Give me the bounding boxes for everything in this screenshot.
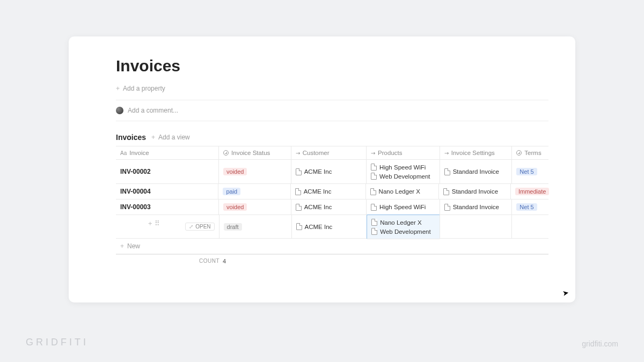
cell-status[interactable]: draft <box>219 215 292 239</box>
count-label: COUNT <box>199 258 219 264</box>
drag-handle-icon[interactable]: ⠿ <box>155 219 160 227</box>
page-icon <box>371 228 377 235</box>
page-icon <box>296 204 302 211</box>
page-icon <box>371 164 377 171</box>
add-comment-placeholder: Add a comment... <box>128 107 178 114</box>
page-icon <box>296 168 302 175</box>
cell-customer[interactable]: ACME Inc <box>292 215 368 239</box>
relation-label: Standard Invoice <box>453 168 499 175</box>
relation-label: High Speed WiFi <box>379 204 426 210</box>
new-row-button[interactable]: + New <box>116 239 548 254</box>
count-value: 4 <box>223 258 226 264</box>
cell-products[interactable]: High Speed WiFi Web Development <box>367 160 440 184</box>
table-row[interactable]: INV-00002 voided ACME Inc High Speed WiF… <box>116 160 548 184</box>
relation-icon: ↗ <box>294 149 301 156</box>
cell-terms[interactable]: Net 5 <box>512 200 548 215</box>
relation-chip[interactable]: Web Development <box>371 173 435 180</box>
relation-chip[interactable]: High Speed WiFi <box>371 164 435 171</box>
relation-chip[interactable]: ACME Inc <box>295 188 361 195</box>
relation-chip[interactable]: Nano Ledger X <box>370 188 434 195</box>
table-footer: COUNT 4 <box>116 255 548 268</box>
open-page-button[interactable]: ⤢ OPEN <box>185 223 214 231</box>
plus-icon[interactable]: + <box>148 219 152 227</box>
page-icon <box>295 188 301 195</box>
cell-terms[interactable] <box>512 215 548 239</box>
relation-chip[interactable]: Nano Ledger X <box>371 219 435 226</box>
cursor-icon: ➤ <box>562 288 570 298</box>
column-header-products[interactable]: ↗ Products <box>367 146 440 160</box>
column-label: Customer <box>303 150 330 156</box>
relation-label: Standard Invoice <box>452 188 498 195</box>
relation-label: High Speed WiFi <box>379 164 426 171</box>
relation-label: ACME Inc <box>304 188 332 195</box>
relation-chip[interactable]: Web Development <box>371 228 435 235</box>
cell-status[interactable]: voided <box>219 160 291 184</box>
table-header-row: Aa Invoice Invoice Status ↗ Customer ↗ P… <box>116 146 548 160</box>
relation-chip[interactable]: Standard Invoice <box>444 168 508 175</box>
cell-terms[interactable]: Immediate <box>511 184 548 200</box>
cell-terms[interactable]: Net 5 <box>512 160 548 184</box>
cell-settings[interactable]: Standard Invoice <box>439 184 511 200</box>
relation-chip[interactable]: Standard Invoice <box>444 204 508 211</box>
cell-invoice[interactable]: INV-00003 <box>116 200 219 215</box>
cell-settings[interactable] <box>440 215 512 239</box>
relation-label: ACME Inc <box>304 168 332 175</box>
table-row-editing[interactable]: + ⠿ ⤢ OPEN draft ACME Inc Nano Ledger X … <box>116 215 548 239</box>
cell-customer[interactable]: ACME Inc <box>291 160 367 184</box>
select-property-icon <box>516 150 522 156</box>
brand-watermark: GRIDFITI <box>26 337 89 348</box>
column-header-status[interactable]: Invoice Status <box>219 146 291 160</box>
cell-customer[interactable]: ACME Inc <box>291 200 367 215</box>
column-label: Invoice Settings <box>451 150 495 156</box>
table-row[interactable]: INV-00004 paid ACME Inc Nano Ledger X St… <box>116 184 548 200</box>
view-tab[interactable]: Invoices <box>116 133 146 142</box>
terms-badge: Net 5 <box>516 168 537 175</box>
select-property-icon <box>223 150 229 156</box>
relation-chip[interactable]: ACME Inc <box>296 204 362 211</box>
app-window: Invoices + Add a property Add a comment.… <box>69 36 575 302</box>
terms-badge: Net 5 <box>516 203 537 211</box>
status-badge: paid <box>223 188 240 195</box>
page-icon <box>296 223 302 230</box>
open-label: OPEN <box>195 224 210 230</box>
count-aggregate[interactable]: COUNT 4 <box>199 258 226 264</box>
cell-customer[interactable]: ACME Inc <box>291 184 366 200</box>
plus-icon: + <box>151 134 155 141</box>
row-gutter[interactable]: + ⠿ <box>148 219 160 227</box>
divider <box>116 100 548 100</box>
cell-invoice[interactable]: INV-00002 <box>116 160 219 184</box>
cell-products[interactable]: High Speed WiFi <box>367 200 440 215</box>
add-property-button[interactable]: + Add a property <box>116 83 548 98</box>
cell-invoice[interactable]: ⤢ OPEN <box>116 215 219 239</box>
open-arrow-icon: ⤢ <box>189 224 193 230</box>
status-badge: voided <box>223 168 247 175</box>
relation-chip[interactable]: Standard Invoice <box>443 188 506 195</box>
relation-chip[interactable]: ACME Inc <box>296 223 363 230</box>
relation-chip[interactable]: ACME Inc <box>296 168 362 175</box>
add-comment-row[interactable]: Add a comment... <box>116 102 548 119</box>
add-view-button[interactable]: + Add a view <box>151 134 190 141</box>
page-icon <box>370 188 376 195</box>
page-title: Invoices <box>116 57 548 75</box>
brand-url: gridfiti.com <box>582 339 618 348</box>
new-row-label: New <box>127 242 140 250</box>
relation-label: Web Development <box>380 228 430 235</box>
column-header-customer[interactable]: ↗ Customer <box>291 146 367 160</box>
cell-settings[interactable]: Standard Invoice <box>440 160 513 184</box>
column-header-invoice[interactable]: Aa Invoice <box>116 146 219 160</box>
avatar <box>116 107 123 114</box>
column-label: Terms <box>524 150 541 156</box>
relation-icon: ↗ <box>369 149 376 156</box>
table-row[interactable]: INV-00003 voided ACME Inc High Speed WiF… <box>116 200 548 215</box>
relation-chip[interactable]: High Speed WiFi <box>371 204 435 211</box>
cell-settings[interactable]: Standard Invoice <box>440 200 513 215</box>
relation-label: ACME Inc <box>304 204 332 210</box>
column-header-settings[interactable]: ↗ Invoice Settings <box>440 146 513 160</box>
cell-status[interactable]: voided <box>219 200 291 215</box>
cell-invoice[interactable]: INV-00004 <box>116 184 218 200</box>
cell-products-editing[interactable]: Nano Ledger X Web Development <box>367 215 440 239</box>
plus-icon: + <box>116 85 120 92</box>
cell-products[interactable]: Nano Ledger X <box>366 184 439 200</box>
cell-status[interactable]: paid <box>218 184 290 200</box>
column-header-terms[interactable]: Terms <box>512 146 548 160</box>
